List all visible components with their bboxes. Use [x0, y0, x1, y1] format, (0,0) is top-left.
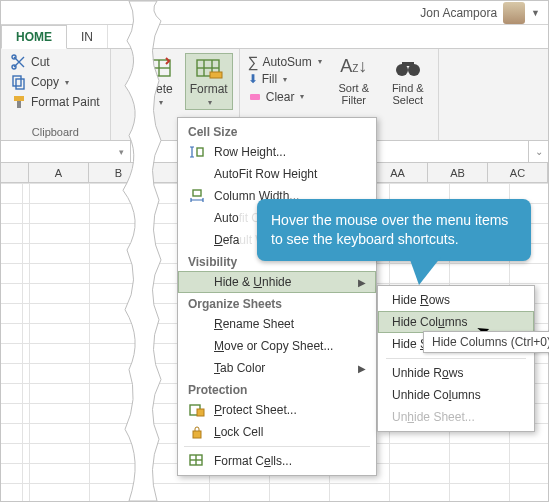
fill-button[interactable]: ⬇ Fill ▾ [248, 72, 322, 86]
format-painter-label: Format Paint [31, 95, 100, 109]
titlebar: Jon Acampora ▼ [1, 1, 548, 25]
cut-label: Cut [31, 55, 50, 69]
fill-down-icon: ⬇ [248, 72, 258, 86]
autosum-label: AutoSum [262, 55, 311, 69]
copy-button[interactable]: Copy ▾ [9, 73, 102, 91]
svg-rect-2 [13, 76, 21, 86]
cut-button[interactable]: Cut [9, 53, 102, 71]
svg-rect-14 [250, 94, 260, 100]
expand-formula-bar[interactable]: ⌄ [528, 141, 548, 162]
autosum-button[interactable]: ∑ AutoSum ▾ [248, 53, 322, 70]
binoculars-icon [394, 56, 422, 80]
chevron-down-icon: ▾ [119, 147, 124, 157]
submenu-hide-columns[interactable]: Hide Columns [378, 311, 534, 333]
fx-icon: fx [137, 145, 146, 159]
tab-insert-partial[interactable]: IN [67, 25, 108, 48]
format-label: Format [190, 82, 228, 96]
svg-rect-19 [193, 190, 201, 196]
clear-button[interactable]: Clear ▾ [248, 88, 322, 105]
menu-format-cells[interactable]: Format Cells... [178, 450, 376, 472]
chevron-down-icon: ▾ [318, 57, 322, 66]
menu-tab-color[interactable]: Tab Color ▶ [178, 357, 376, 379]
excel-window: Jon Acampora ▼ HOME IN Cut [0, 0, 549, 502]
find-select-button[interactable]: Find & Select [386, 53, 430, 109]
svg-rect-17 [402, 62, 414, 66]
menu-lock-cell[interactable]: Lock Cell [178, 421, 376, 443]
hide-unhide-submenu: Hide Rows Hide Columns Hide Sheet Unhide… [377, 285, 535, 432]
menu-hide-unhide[interactable]: Hide & Unhide ▶ [178, 271, 376, 293]
chevron-down-icon: ▾ [300, 92, 304, 101]
svg-rect-13 [210, 72, 222, 78]
format-button[interactable]: Format ▾ [185, 53, 233, 110]
column-header-aa[interactable]: AA [368, 163, 428, 182]
menu-rename-sheet[interactable]: Rename Sheet [178, 313, 376, 335]
menu-header-organize: Organize Sheets [178, 293, 376, 313]
submenu-arrow-icon: ▶ [358, 363, 366, 374]
delete-button[interactable]: elete ▾ [141, 53, 179, 110]
menu-protect-sheet[interactable]: Protect Sheet... [178, 399, 376, 421]
clear-label: Clear [266, 90, 295, 104]
format-painter-button[interactable]: Format Paint [9, 93, 102, 111]
submenu-arrow-icon: ▶ [358, 277, 366, 288]
select-all-corner[interactable] [1, 163, 29, 182]
menu-autofit-row[interactable]: AutoFit Row Height [178, 163, 376, 185]
menu-row-height[interactable]: Row Height... [178, 141, 376, 163]
tooltip: Hide Columns (Ctrl+0) [423, 331, 549, 353]
annotation-callout: Hover the mouse over the menu items to s… [257, 199, 531, 261]
clipboard-group-title: Clipboard [9, 126, 102, 138]
column-header-a[interactable]: A [29, 163, 89, 182]
column-header-ac[interactable]: AC [488, 163, 548, 182]
svg-rect-21 [197, 409, 204, 416]
svg-rect-4 [14, 96, 24, 101]
submenu-separator [386, 358, 526, 359]
chevron-down-icon: ▼ [531, 8, 540, 18]
submenu-unhide-columns[interactable]: Unhide Columns [378, 384, 534, 406]
column-header-b[interactable]: B [89, 163, 149, 182]
format-dropdown-menu: Cell Size Row Height... AutoFit Row Heig… [177, 117, 377, 476]
chevron-down-icon: ▾ [208, 98, 212, 107]
svg-rect-3 [16, 79, 24, 89]
format-cells-dialog-icon [188, 453, 206, 469]
protect-sheet-icon [188, 402, 206, 418]
menu-header-cellsize: Cell Size [178, 121, 376, 141]
svg-rect-22 [193, 431, 201, 438]
account-area[interactable]: Jon Acampora ▼ [420, 2, 540, 24]
sort-filter-button[interactable]: AZ↓ Sort & Filter [332, 53, 376, 109]
column-width-icon [188, 188, 206, 204]
sigma-icon: ∑ [248, 53, 259, 70]
submenu-unhide-rows[interactable]: Unhide Rows [378, 362, 534, 384]
sort-icon: AZ↓ [340, 56, 368, 80]
copy-label: Copy [31, 75, 59, 89]
row-height-icon [188, 144, 206, 160]
user-name: Jon Acampora [420, 6, 497, 20]
paintbrush-icon [11, 94, 27, 110]
scissors-icon [11, 54, 27, 70]
tab-home[interactable]: HOME [1, 25, 67, 49]
chevron-down-icon: ▾ [283, 75, 287, 84]
delete-label: elete [147, 82, 173, 96]
fill-label: Fill [262, 72, 277, 86]
format-cells-icon [195, 56, 223, 80]
chevron-down-icon: ▾ [65, 78, 69, 87]
submenu-hide-rows[interactable]: Hide Rows [378, 289, 534, 311]
chevron-down-icon: ▾ [159, 98, 163, 107]
menu-header-protection: Protection [178, 379, 376, 399]
svg-rect-5 [17, 101, 21, 108]
delete-cells-icon [146, 56, 174, 80]
eraser-icon [248, 88, 262, 105]
svg-rect-18 [197, 148, 203, 156]
column-header-ab[interactable]: AB [428, 163, 488, 182]
menu-move-copy-sheet[interactable]: Move or Copy Sheet... [178, 335, 376, 357]
clipboard-group: Cut Copy ▾ Format Paint Clipboard [1, 49, 111, 140]
copy-icon [11, 74, 27, 90]
lock-icon [188, 424, 206, 440]
ribbon-tabs: HOME IN [1, 25, 548, 49]
avatar [503, 2, 525, 24]
menu-separator [184, 446, 370, 447]
sort-label: Sort & Filter [338, 82, 369, 106]
find-label: Find & Select [392, 82, 424, 106]
name-box[interactable]: ▾ [1, 141, 131, 162]
submenu-unhide-sheet: Unhide Sheet... [378, 406, 534, 428]
